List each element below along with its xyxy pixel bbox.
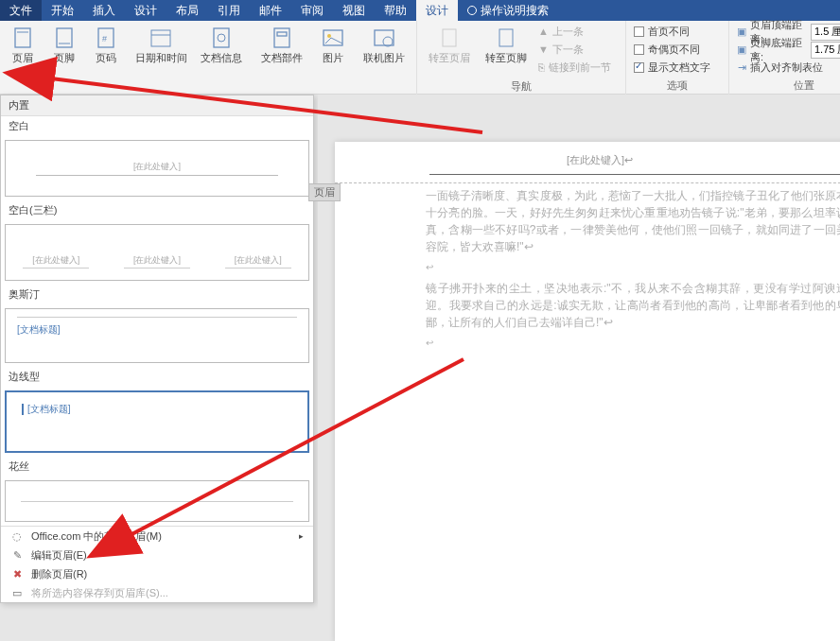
svg-rect-11	[277, 32, 287, 36]
online-pictures-label: 联机图片	[363, 52, 405, 64]
opt-odd-even-diff[interactable]: 奇偶页不同	[630, 42, 725, 59]
svg-rect-17	[499, 29, 513, 46]
tab-insert[interactable]: 插入	[83, 0, 125, 21]
nav-link-prev[interactable]: ⎘ 链接到前一节	[534, 59, 621, 76]
goto-header-button[interactable]: 转至页眉	[421, 23, 478, 78]
dp-remove-header[interactable]: ✖ 删除页眉(R)	[1, 564, 313, 583]
dp-office-more[interactable]: ◌ Office.com 中的其他页眉(M) ▸	[1, 527, 313, 546]
header-button[interactable]: 页眉	[4, 23, 42, 78]
doc-info-icon	[210, 26, 233, 49]
online-pictures-button[interactable]: 联机图片	[356, 23, 412, 78]
dp-blank3-col1: [在此处键入]	[23, 254, 89, 269]
dp-blank3-col3: [在此处键入]	[225, 254, 291, 269]
opt-first-page-diff[interactable]: 首页不同	[630, 24, 725, 41]
body-ret-1: ↩	[426, 259, 840, 276]
tab-view[interactable]: 视图	[333, 0, 375, 21]
header-rule	[429, 174, 840, 175]
svg-text:#: #	[102, 34, 107, 43]
dp-office-more-label: Office.com 中的其他页眉(M)	[31, 529, 162, 544]
tab-context-design[interactable]: 设计	[416, 0, 458, 21]
goto-footer-label: 转至页脚	[485, 52, 527, 64]
header-top-spinner[interactable]: ▲▼	[811, 24, 840, 41]
dp-blank3-col2: [在此处键入]	[124, 254, 190, 269]
dp-border-doc-title: [文档标题]	[22, 404, 292, 415]
dp-austin-preview[interactable]: [文档标题]	[5, 308, 309, 363]
picture-icon	[322, 26, 344, 49]
svg-point-9	[218, 34, 225, 42]
dp-edit-header-label: 编辑页眉(E)	[31, 548, 87, 563]
checkbox-icon	[634, 26, 644, 37]
dp-lace-title: 花丝	[1, 457, 313, 476]
tab-tell-me[interactable]: 操作说明搜索	[458, 0, 558, 21]
page-number-icon: #	[95, 26, 117, 49]
align-tab-icon: ⇥	[737, 61, 746, 74]
group-options: 首页不同 奇偶页不同 显示文档文字 选项	[626, 21, 729, 95]
body-para-1: 一面镜子清晰度、真实度极，为此，惹恼了一大批人，们指控镜子丑化了他们张原本十分亮…	[426, 187, 840, 255]
tab-help[interactable]: 帮助	[375, 0, 416, 21]
page-header-zone[interactable]: [在此处键入]↩ 页眉	[335, 142, 840, 183]
tab-review[interactable]: 审阅	[291, 0, 333, 21]
dp-blank-title: 空白	[1, 116, 313, 136]
footer-icon	[53, 26, 76, 49]
header-top-input[interactable]	[812, 25, 840, 40]
tab-layout[interactable]: 布局	[166, 0, 208, 21]
svg-rect-8	[214, 28, 229, 47]
delete-icon: ✖	[10, 568, 24, 580]
dp-blank-placeholder: [在此处键入]	[36, 161, 278, 176]
doc-info-button[interactable]: 文档信息	[193, 23, 250, 78]
header-top-icon: ▣	[737, 26, 746, 38]
group-navigation: 转至页眉 转至页脚 ▲ 上一条 ▼ 下一条 ⎘ 链接到前一节 导航	[417, 21, 626, 95]
tab-home[interactable]: 开始	[42, 0, 83, 21]
group-position-label: 位置	[733, 78, 840, 95]
dp-border-preview[interactable]: [文档标题]	[5, 390, 309, 453]
group-header-footer: 页眉 页脚 # 页码	[0, 21, 129, 95]
footer-button[interactable]: 页脚	[45, 23, 83, 78]
pictures-button[interactable]: 图片	[314, 23, 352, 78]
chevron-right-icon: ▸	[299, 531, 304, 541]
group-nav-label: 导航	[421, 79, 621, 95]
document-page[interactable]: [在此处键入]↩ 页眉 一面镜子清晰度、真实度极，为此，惹恼了一大批人，们指控镜…	[335, 142, 840, 641]
svg-rect-10	[274, 28, 289, 47]
checkbox-checked-icon	[634, 62, 644, 73]
dp-remove-header-label: 删除页眉(R)	[31, 567, 87, 581]
nav-prev[interactable]: ▲ 上一条	[534, 23, 621, 40]
pictures-label: 图片	[323, 52, 343, 64]
tab-bar: 文件 开始 插入 设计 布局 引用 邮件 审阅 视图 帮助 设计 操作说明搜索	[0, 0, 840, 21]
header-gallery-dropdown: 内置 空白 [在此处键入] 空白(三栏) [在此处键入] [在此处键入] [在此…	[0, 95, 314, 603]
dp-lace-preview[interactable]	[5, 480, 309, 522]
tab-file[interactable]: 文件	[0, 0, 42, 21]
tab-references[interactable]: 引用	[208, 0, 250, 21]
svg-rect-2	[57, 28, 72, 47]
pos-insert-align-tab[interactable]: ⇥ 插入对齐制表位	[733, 60, 840, 77]
date-time-label: 日期和时间	[135, 52, 187, 64]
goto-footer-button[interactable]: 转至页脚	[478, 23, 534, 78]
opt-show-doc-text[interactable]: 显示文档文字	[630, 60, 725, 77]
page-number-button[interactable]: # 页码	[87, 23, 125, 78]
footer-bottom-spinner[interactable]: ▲▼	[811, 42, 840, 59]
opt-first-page-label: 首页不同	[648, 25, 690, 39]
header-placeholder[interactable]: [在此处键入]	[567, 154, 624, 165]
opt-show-text-label: 显示文档文字	[648, 61, 710, 75]
dp-blank3-title: 空白(三栏)	[1, 200, 313, 220]
dp-austin-doc-title: [文档标题]	[17, 323, 297, 337]
doc-parts-button[interactable]: 文档部件	[254, 23, 310, 78]
dp-builtin-title: 内置	[1, 95, 313, 116]
nav-next[interactable]: ▼ 下一条	[534, 41, 621, 58]
dp-edit-header[interactable]: ✎ 编辑页眉(E)	[1, 546, 313, 564]
svg-rect-0	[15, 28, 30, 47]
footer-bottom-input[interactable]	[812, 43, 840, 58]
footer-bottom-icon: ▣	[737, 43, 746, 56]
body-para-2: 镜子拂开扑来的尘土，坚决地表示:"不，我从来不会含糊其辞，更没有学过阿谀逢迎。我…	[426, 280, 840, 331]
tab-design[interactable]: 设计	[125, 0, 166, 21]
tab-mailings[interactable]: 邮件	[250, 0, 291, 21]
pos-align-tab-label: 插入对齐制表位	[750, 61, 823, 75]
date-time-button[interactable]: 日期和时间	[132, 23, 189, 78]
pos-footer-bottom: ▣ 页脚底端距离: ▲▼	[733, 42, 840, 59]
nav-prev-label: 上一条	[552, 25, 584, 39]
dp-save-gallery-label: 将所选内容保存到页眉库(S)...	[31, 586, 168, 600]
header-label: 页眉	[12, 52, 33, 64]
svg-rect-16	[443, 29, 456, 46]
dp-border-title: 边线型	[1, 367, 313, 387]
dp-blank-preview[interactable]: [在此处键入]	[5, 140, 309, 197]
dp-blank3-preview[interactable]: [在此处键入] [在此处键入] [在此处键入]	[5, 224, 309, 281]
